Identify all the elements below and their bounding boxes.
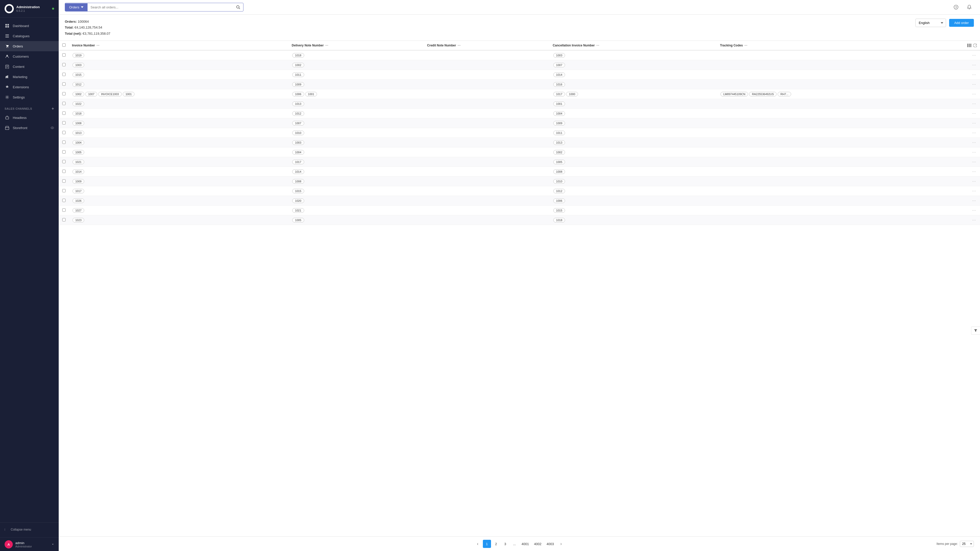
sidebar-item-extensions[interactable]: Extensions [0,82,59,92]
sidebar-item-settings[interactable]: Settings [0,92,59,102]
cancellation-tag[interactable]: 1011 [553,130,565,135]
row-menu-icon[interactable]: ··· [972,62,976,67]
row-menu-icon[interactable]: ··· [972,111,976,116]
row-menu-icon[interactable]: ··· [972,188,976,193]
page-button-2[interactable]: 2 [492,540,500,548]
cancellation-tag[interactable]: 1013 [553,140,565,145]
sidebar-item-storefront[interactable]: Storefront [0,123,59,133]
invoice-tag[interactable]: 1014 [73,169,84,174]
page-button-4003[interactable]: 4003 [544,540,556,548]
invoice-tag[interactable]: 1008 [73,121,84,125]
invoice-tag[interactable]: 1013 [73,130,84,135]
cancellation-tag[interactable]: 1005 [553,160,565,164]
cancellation-tag[interactable]: 1012 [553,189,565,193]
page-button-4002[interactable]: 4002 [532,540,544,548]
row-select-checkbox[interactable] [62,218,65,221]
tracking-tag[interactable]: RH7... [778,92,791,97]
row-actions-cell[interactable]: ··· [964,89,980,99]
delivery-tag[interactable]: 1014 [292,169,304,174]
column-reset-icon[interactable] [974,44,977,47]
invoice-tag[interactable]: 1026 [73,198,84,203]
user-section[interactable]: A admin Administrator [0,537,59,551]
invoice-tag[interactable]: 1019 [73,53,84,58]
delivery-tag[interactable]: 1001 [305,92,317,97]
row-select-checkbox[interactable] [62,63,65,66]
cancellation-tag[interactable]: 1010 [553,179,565,184]
row-select-checkbox[interactable] [62,141,65,144]
row-menu-icon[interactable]: ··· [972,159,976,164]
delivery-tag[interactable]: 1013 [292,102,304,106]
row-select-checkbox[interactable] [62,111,65,115]
search-type-button[interactable]: Orders [65,3,88,11]
row-menu-icon[interactable]: ··· [972,198,976,203]
row-menu-icon[interactable]: ··· [972,91,976,97]
row-select-checkbox[interactable] [62,121,65,124]
credit-col-menu-icon[interactable]: ··· [458,43,461,48]
row-menu-icon[interactable]: ··· [972,218,976,222]
row-actions-cell[interactable]: ··· [964,138,980,148]
sidebar-item-dashboard[interactable]: Dashboard [0,21,59,31]
search-submit-button[interactable] [233,3,243,11]
delivery-tag[interactable]: 1006 [292,92,304,97]
sidebar-item-customers[interactable]: Customers [0,51,59,62]
next-page-button[interactable]: › [557,540,565,548]
invoice-tag[interactable]: 1012 [73,82,84,87]
row-menu-icon[interactable]: ··· [972,72,976,77]
delivery-tag[interactable]: 1017 [292,160,304,164]
row-select-checkbox[interactable] [62,150,65,154]
cancellation-tag[interactable]: 1014 [553,73,565,77]
tracking-tag[interactable]: LM897445109CN [721,92,748,97]
row-actions-cell[interactable]: ··· [964,176,980,186]
cancellation-tag[interactable]: 1006 [553,198,565,203]
invoice-tag[interactable]: 1004 [73,140,84,145]
row-select-checkbox[interactable] [62,208,65,212]
delivery-tag[interactable]: 1011 [292,73,304,77]
cancellation-col-menu-icon[interactable]: ··· [597,43,600,48]
invoice-tag[interactable]: 1003 [73,63,84,67]
row-select-checkbox[interactable] [62,189,65,192]
row-menu-icon[interactable]: ··· [972,82,976,87]
page-button-4001[interactable]: 4001 [520,540,531,548]
row-actions-cell[interactable]: ··· [964,196,980,206]
add-order-button[interactable]: Add order [949,19,974,27]
row-actions-cell[interactable]: ··· [964,215,980,225]
row-actions-cell[interactable]: ··· [964,109,980,118]
sidebar-item-orders[interactable]: Orders [0,41,59,51]
row-menu-icon[interactable]: ··· [972,169,976,174]
row-actions-cell[interactable]: ··· [964,60,980,70]
row-select-checkbox[interactable] [62,92,65,95]
row-menu-icon[interactable]: ··· [972,52,976,58]
sidebar-item-content[interactable]: Content [0,62,59,72]
collapse-menu-button[interactable]: Collapse menu [5,526,54,534]
cancellation-tag[interactable]: 1015 [553,208,565,213]
invoice-tag[interactable]: INVOICE1003 [98,92,122,97]
invoice-tag[interactable]: 1027 [73,208,84,213]
row-select-checkbox[interactable] [62,53,65,57]
row-select-checkbox[interactable] [62,160,65,163]
cancellation-tag[interactable]: 1007 [553,63,565,67]
page-button-3[interactable]: 3 [501,540,509,548]
page-button-1[interactable]: 1 [483,540,491,548]
language-select[interactable]: English [915,19,946,27]
invoice-tag[interactable]: 1023 [73,218,84,222]
invoice-tag[interactable]: 1017 [73,189,84,193]
row-select-checkbox[interactable] [62,83,65,86]
row-select-checkbox[interactable] [62,179,65,183]
row-actions-cell[interactable]: ··· [964,206,980,215]
invoice-tag[interactable]: 1002 [73,92,84,97]
row-select-checkbox[interactable] [62,131,65,134]
delivery-tag[interactable]: 1002 [292,63,304,67]
row-actions-cell[interactable]: ··· [964,167,980,176]
row-menu-icon[interactable]: ··· [972,101,976,106]
invoice-tag[interactable]: 1009 [73,179,84,184]
select-all-checkbox[interactable] [62,43,65,47]
invoice-tag[interactable]: 1007 [85,92,97,97]
row-select-checkbox[interactable] [62,170,65,173]
row-actions-cell[interactable]: ··· [964,99,980,109]
row-actions-cell[interactable]: ··· [964,79,980,89]
column-toggle-icon[interactable] [967,44,971,47]
cancellation-tag[interactable]: 1018 [553,218,565,222]
cancellation-tag[interactable]: 1003 [553,53,565,58]
prev-page-button[interactable]: ‹ [474,540,482,548]
cancellation-tag[interactable]: 1001 [553,102,565,106]
